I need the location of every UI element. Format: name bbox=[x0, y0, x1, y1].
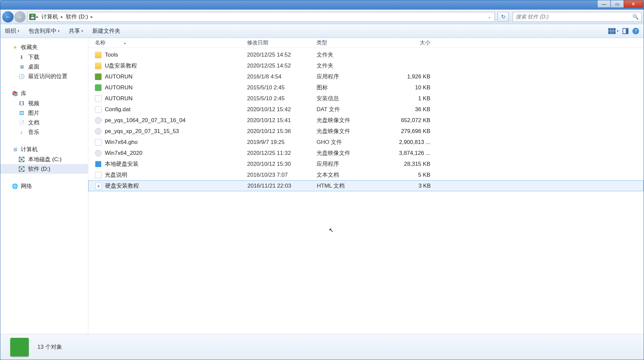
forward-button[interactable]: → bbox=[14, 11, 25, 22]
sidebar-favorites[interactable]: ★收藏夹 bbox=[0, 42, 88, 52]
file-name: AUTORUN bbox=[105, 95, 133, 102]
close-button[interactable]: ✕ bbox=[624, 0, 643, 8]
view-icon bbox=[608, 28, 616, 34]
file-row[interactable]: pe_yqs_1064_20_07_31_16_042020/10/12 15:… bbox=[88, 115, 644, 126]
sidebar-drive-c[interactable]: 💽本地磁盘 (C:) bbox=[0, 155, 88, 164]
file-date: 2020/10/12 15:42 bbox=[244, 106, 313, 113]
file-size bbox=[383, 54, 434, 56]
address-dropdown[interactable]: ⌄ bbox=[486, 15, 493, 19]
file-row[interactable]: 本地硬盘安装2020/10/12 15:30应用程序28,315 KB bbox=[88, 158, 644, 169]
sidebar-music[interactable]: ♪音乐 bbox=[0, 127, 88, 137]
network-icon: 🌐 bbox=[12, 183, 18, 189]
sort-ascending-icon: ▴ bbox=[124, 41, 126, 45]
share-menu[interactable]: 共享▾ bbox=[69, 27, 83, 35]
file-name: Tools bbox=[105, 52, 118, 58]
toolbar: 组织▾ 包含到库中▾ 共享▾ 新建文件夹 ▾ ? bbox=[0, 24, 644, 38]
sidebar-documents[interactable]: 📄文档 bbox=[0, 118, 88, 127]
file-size: 3 KB bbox=[383, 182, 434, 190]
navigation-bar: ← → 💾 ▸ 计算机 ▸ 软件 (D:) ▸ ⌄ ↻ 🔍 bbox=[0, 10, 644, 24]
crumb-separator[interactable]: ▸ bbox=[36, 14, 39, 19]
sidebar-desktop[interactable]: 🖥桌面 bbox=[0, 62, 88, 71]
back-button[interactable]: ← bbox=[2, 11, 14, 22]
sidebar-computer[interactable]: 🖥计算机 bbox=[0, 144, 88, 155]
file-row[interactable]: U盘安装教程2020/12/25 14:52文件夹 bbox=[88, 60, 644, 71]
title-bar: — ▭ ✕ bbox=[0, 0, 644, 10]
file-row[interactable]: Win7x64_20202020/12/25 11:32光盘映像文件3,874,… bbox=[88, 148, 644, 158]
document-icon: 📄 bbox=[18, 120, 25, 126]
file-size: 2,900,813 ... bbox=[383, 138, 434, 146]
new-folder-button[interactable]: 新建文件夹 bbox=[92, 27, 120, 35]
file-date: 2020/10/12 15:30 bbox=[244, 160, 313, 168]
file-icon bbox=[95, 128, 102, 135]
sidebar-drive-d[interactable]: 💽软件 (D:) bbox=[0, 164, 88, 174]
column-name[interactable]: 名称▴ bbox=[92, 38, 244, 48]
file-type: GHO 文件 bbox=[313, 138, 383, 147]
sidebar-downloads[interactable]: ⬇下载 bbox=[0, 52, 88, 62]
file-row[interactable]: Win7x64.gho2019/9/7 19:25GHO 文件2,900,813… bbox=[88, 137, 644, 148]
file-size: 28,315 KB bbox=[383, 160, 434, 168]
status-drive-icon bbox=[10, 338, 29, 356]
recent-icon: 🕓 bbox=[18, 73, 25, 79]
column-size[interactable]: 大小 bbox=[383, 38, 434, 48]
sidebar-libraries[interactable]: 📚库 bbox=[0, 88, 88, 99]
breadcrumb-drive[interactable]: 软件 (D:) bbox=[64, 13, 90, 21]
column-date[interactable]: 修改日期 bbox=[244, 38, 313, 48]
explorer-window: — ▭ ✕ ← → 💾 ▸ 计算机 ▸ 软件 (D:) ▸ ⌄ ↻ 🔍 组织▾ … bbox=[0, 0, 644, 360]
minimize-button[interactable]: — bbox=[597, 0, 611, 8]
breadcrumb-computer[interactable]: 计算机 bbox=[39, 13, 60, 21]
help-button[interactable]: ? bbox=[632, 28, 639, 34]
drive-icon: 💾 bbox=[29, 14, 36, 20]
file-type: DAT 文件 bbox=[313, 105, 383, 114]
file-name: Win7x64.gho bbox=[105, 139, 138, 146]
network-label: 网络 bbox=[21, 182, 32, 190]
include-label: 包含到库中 bbox=[28, 27, 57, 35]
include-library-menu[interactable]: 包含到库中▾ bbox=[28, 27, 60, 35]
organize-menu[interactable]: 组织▾ bbox=[5, 27, 19, 35]
file-size: 279,696 KB bbox=[383, 127, 434, 135]
newfolder-label: 新建文件夹 bbox=[92, 27, 120, 35]
crumb-separator[interactable]: ▸ bbox=[90, 14, 94, 19]
search-input[interactable] bbox=[516, 14, 632, 20]
file-date: 2016/11/21 22:03 bbox=[244, 182, 314, 190]
file-row[interactable]: AUTORUN2015/5/10 2:45图标10 KB bbox=[88, 82, 644, 93]
file-row[interactable]: AUTORUN2016/1/8 4:54应用程序1,926 KB bbox=[88, 71, 644, 82]
computer-icon: 🖥 bbox=[12, 147, 18, 153]
file-size: 10 KB bbox=[383, 84, 434, 92]
file-row[interactable]: Tools2020/12/25 14:52文件夹 bbox=[88, 49, 644, 60]
file-icon bbox=[95, 95, 102, 102]
sidebar-network[interactable]: 🌐网络 bbox=[0, 181, 88, 191]
sidebar-recent[interactable]: 🕓最近访问的位置 bbox=[0, 71, 88, 81]
dropdown-icon: ▾ bbox=[81, 29, 83, 33]
search-icon: 🔍 bbox=[632, 14, 639, 20]
preview-pane-icon bbox=[623, 28, 628, 34]
file-date: 2020/10/12 15:36 bbox=[244, 127, 313, 135]
file-row[interactable]: Config.dat2020/10/12 15:42DAT 文件36 KB bbox=[88, 104, 644, 115]
refresh-button[interactable]: ↻ bbox=[497, 12, 509, 22]
file-name: 硬盘安装教程 bbox=[105, 182, 139, 190]
file-type: 应用程序 bbox=[313, 72, 383, 81]
search-box[interactable]: 🔍 bbox=[513, 12, 642, 22]
file-icon bbox=[95, 172, 102, 178]
file-row[interactable]: 硬盘安装教程2016/11/21 22:03HTML 文档3 KB bbox=[88, 180, 644, 191]
file-icon bbox=[95, 63, 102, 69]
favorites-label: 收藏夹 bbox=[21, 43, 38, 51]
file-row[interactable]: 光盘说明2016/10/23 7:07文本文档5 KB bbox=[88, 169, 644, 180]
main-body: ★收藏夹 ⬇下载 🖥桌面 🕓最近访问的位置 📚库 🎞视频 🖼图片 📄文档 ♪音乐… bbox=[0, 38, 644, 334]
libraries-label: 库 bbox=[21, 90, 26, 97]
file-icon bbox=[95, 73, 102, 80]
file-size: 652,072 KB bbox=[383, 116, 434, 124]
sidebar-videos[interactable]: 🎞视频 bbox=[0, 99, 88, 108]
maximize-button[interactable]: ▭ bbox=[611, 0, 624, 8]
file-icon bbox=[95, 117, 102, 124]
crumb-separator[interactable]: ▸ bbox=[60, 14, 64, 19]
nav-arrows: ← → bbox=[2, 11, 25, 22]
address-bar[interactable]: 💾 ▸ 计算机 ▸ 软件 (D:) ▸ ⌄ bbox=[27, 12, 495, 22]
sidebar-pictures[interactable]: 🖼图片 bbox=[0, 108, 88, 118]
file-row[interactable]: pe_yqs_xp_20_07_31_15_532020/10/12 15:36… bbox=[88, 126, 644, 137]
file-row[interactable]: AUTORUN2015/5/10 2:45安装信息1 KB bbox=[88, 93, 644, 104]
file-name: Config.dat bbox=[105, 106, 131, 113]
file-date: 2016/1/8 4:54 bbox=[244, 73, 313, 81]
preview-pane-button[interactable] bbox=[623, 28, 628, 34]
column-type[interactable]: 类型 bbox=[313, 38, 383, 48]
view-mode-button[interactable]: ▾ bbox=[608, 28, 619, 34]
